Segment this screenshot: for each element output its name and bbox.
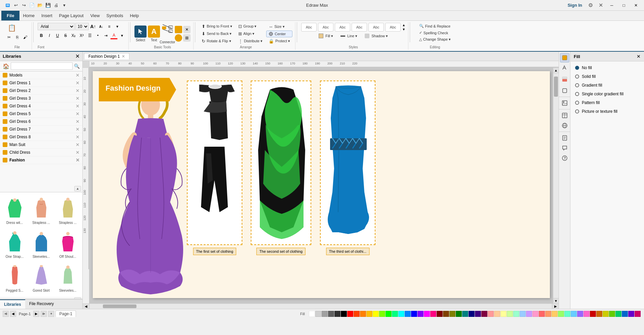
close-tool-button[interactable]: ✕ [183, 26, 191, 33]
color-swatch[interactable] [309, 311, 315, 317]
clipboard-paste-button[interactable]: 📋 [5, 23, 18, 33]
color-swatch[interactable] [583, 311, 590, 317]
canvas-tab-fashion-design[interactable]: Fashion Design 1 ✕ [84, 53, 129, 59]
lib-item-girl-dress-7[interactable]: Girl Dress 7 ✕ [0, 126, 82, 133]
color-swatch[interactable] [405, 311, 411, 317]
color-swatch[interactable] [386, 311, 392, 317]
thumb-sleeveless-1[interactable]: Sleeveles... [29, 229, 53, 260]
color-swatch[interactable] [532, 311, 538, 317]
fill-option-gradient[interactable]: Gradient fill [573, 82, 641, 89]
sidebar-close-button[interactable]: ✕ [75, 53, 80, 59]
style-scroll-up[interactable]: ▲ [402, 23, 405, 27]
style-sample-1[interactable]: Abc [301, 23, 317, 32]
color-swatch[interactable] [571, 311, 577, 317]
color-swatch[interactable] [494, 311, 500, 317]
color-swatch[interactable] [456, 311, 462, 317]
menu-symbols[interactable]: Symbols [103, 12, 127, 19]
grid-scroll-up-button[interactable]: ▲ [74, 186, 81, 191]
color-swatch[interactable] [322, 311, 328, 317]
scroll-track-h[interactable] [89, 304, 552, 309]
color-panel-button[interactable] [560, 75, 569, 84]
scroll-left-button[interactable]: ◀ [83, 304, 89, 309]
shape-panel-button[interactable] [560, 86, 569, 95]
italic-button[interactable]: I [46, 32, 53, 39]
home-icon[interactable]: 🏠 [3, 63, 9, 69]
font-highlight-button[interactable]: ▾ [118, 32, 126, 39]
style-sample-2[interactable]: Abc [318, 23, 333, 32]
scroll-down-button[interactable]: ▼ [553, 298, 559, 303]
scroll-up-button[interactable]: ▲ [553, 68, 559, 73]
style-sample-3[interactable]: Abc [335, 23, 350, 32]
help-panel-button[interactable]: ? [560, 153, 569, 163]
font-size-select[interactable]: 10 [75, 23, 89, 30]
format-panel-button[interactable] [560, 63, 569, 73]
redo-button[interactable]: ↪ [20, 2, 28, 9]
scroll-thumb-h[interactable] [103, 304, 136, 308]
rect-tool-button[interactable] [175, 26, 182, 33]
lib-close-models[interactable]: ✕ [76, 73, 80, 78]
style-scroll-down[interactable]: ▼ [402, 28, 405, 31]
scroll-thumb-v[interactable] [554, 77, 558, 97]
color-swatch[interactable] [437, 311, 443, 317]
lib-close-child-dress[interactable]: ✕ [76, 150, 80, 155]
align-arrange-button[interactable]: ⊞ Align ▾ [236, 30, 265, 37]
color-swatch[interactable] [507, 311, 513, 317]
close-button[interactable]: ✕ [631, 2, 641, 9]
thumb-gored-skirt[interactable]: Gored Skirt [29, 263, 53, 294]
fill-button[interactable]: Fill ▾ [316, 33, 335, 39]
open-button[interactable]: 📂 [36, 2, 44, 9]
color-swatch[interactable] [334, 311, 340, 317]
color-swatch[interactable] [475, 311, 481, 317]
lib-item-girl-dress-2[interactable]: Girl Dress 2 ✕ [0, 87, 82, 95]
menu-help[interactable]: Help [126, 12, 142, 19]
lib-close-girl-dress-6[interactable]: ✕ [76, 119, 80, 124]
menu-page-layout[interactable]: Page Layout [56, 12, 87, 19]
superscript-button[interactable]: X² [78, 32, 85, 39]
color-swatch[interactable] [392, 311, 398, 317]
lib-close-man-suit[interactable]: ✕ [76, 142, 80, 147]
lib-close-girl-dress-2[interactable]: ✕ [76, 88, 80, 93]
file-menu-button[interactable]: File [1, 11, 19, 20]
group-button[interactable]: ⊡ Group ▾ [236, 23, 265, 30]
color-swatch[interactable] [462, 311, 468, 317]
lib-item-girl-dress-1[interactable]: Girl Dress 1 ✕ [0, 79, 82, 87]
rotate-flip-button[interactable]: ↻ Rotate & Flip ▾ [199, 38, 235, 45]
color-swatch[interactable] [360, 311, 366, 317]
list-button[interactable]: ☰ [86, 32, 93, 39]
color-swatch[interactable] [603, 311, 609, 317]
thumb-one-strap[interactable]: One Strap... [3, 229, 27, 260]
color-swatch[interactable] [615, 311, 621, 317]
page-tab-1[interactable]: Page-1 [55, 310, 76, 317]
color-swatch[interactable] [558, 311, 564, 317]
align-button[interactable]: ≡ [106, 23, 113, 30]
fill-panel-button[interactable] [560, 53, 569, 62]
size-button[interactable]: ↔ Size ▾ [266, 23, 292, 30]
bullet-button[interactable]: • [94, 32, 102, 39]
color-swatch[interactable] [424, 311, 430, 317]
color-swatch[interactable] [526, 311, 532, 317]
send-to-back-button[interactable]: ⬇ Send to Back ▾ [199, 30, 235, 37]
subscript-button[interactable]: X₂ [70, 32, 77, 39]
shadow-button[interactable]: Shadow ▾ [362, 33, 390, 39]
indent-button[interactable]: ⇥ [102, 32, 110, 39]
quick-access-toolbar[interactable]: ↩ ↪ 📄 📂 💾 🖨 ▾ [3, 2, 69, 9]
thumb-sleeveless-2[interactable]: Sleeveles... [56, 263, 80, 294]
color-swatch[interactable] [513, 311, 519, 317]
color-swatch[interactable] [373, 311, 379, 317]
doc-panel-button[interactable] [560, 133, 569, 143]
thumb-pegged-skirt[interactable]: Pegged S... [3, 263, 27, 294]
color-swatch[interactable] [628, 311, 634, 317]
color-swatch[interactable] [488, 311, 494, 317]
new-button[interactable]: 📄 [28, 2, 36, 9]
thumb-off-shoulder[interactable]: Off Shoul... [56, 229, 80, 260]
spelling-check-button[interactable]: ✓ Spelling Check [416, 30, 454, 36]
minimize-button[interactable]: ─ [606, 2, 617, 9]
last-page-button[interactable]: ⊳ [41, 311, 47, 317]
color-swatch[interactable] [443, 311, 449, 317]
lib-item-girl-dress-4[interactable]: Girl Dress 4 ✕ [0, 102, 82, 110]
lib-close-girl-dress-3[interactable]: ✕ [76, 96, 80, 101]
more-qat-button[interactable]: ▾ [61, 2, 68, 9]
horizontal-scrollbar[interactable]: ◀ ▶ [83, 303, 559, 309]
more-tool-button[interactable]: ⊞ [183, 34, 191, 42]
color-swatch[interactable] [577, 311, 583, 317]
